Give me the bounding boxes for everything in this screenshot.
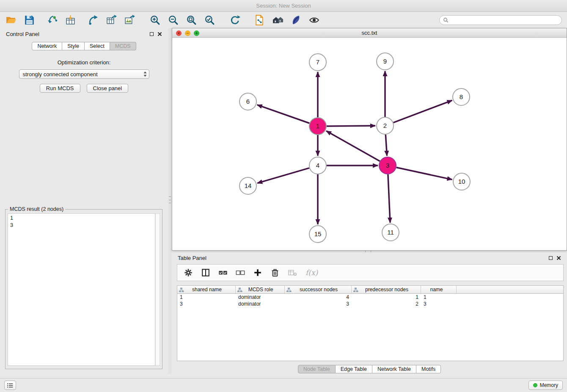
cell-name[interactable]: 3 [421, 301, 457, 307]
graph-node-3[interactable]: 3 [379, 157, 396, 174]
deselect-all-button[interactable] [234, 267, 246, 279]
search-input[interactable] [451, 17, 558, 23]
column-hierarchy-icon [353, 287, 358, 293]
network-window-title: scc.txt [362, 30, 377, 36]
graph-edge-1-2[interactable] [327, 126, 375, 126]
graph-edge-3-10[interactable] [396, 168, 452, 180]
graph-node-label: 8 [460, 93, 463, 100]
cell-shared-name[interactable]: 1 [177, 294, 236, 300]
cell-predecessor-nodes[interactable]: 1 [352, 294, 421, 300]
graph-edge-3-1[interactable] [326, 131, 380, 161]
open-session-button[interactable] [5, 14, 17, 26]
graph-edge-3-11[interactable] [388, 174, 390, 223]
show-columns-button[interactable] [200, 267, 212, 279]
cell-successor-nodes[interactable]: 4 [285, 294, 352, 300]
document-network-button[interactable] [253, 14, 265, 26]
import-network-icon [47, 15, 58, 25]
tab-network[interactable]: Network [32, 42, 62, 50]
column-header-name[interactable]: name [421, 286, 457, 293]
table-header-row: shared name MCDS role successor nodes pr… [177, 286, 563, 294]
run-mcds-button[interactable]: Run MCDS [40, 84, 80, 93]
graph-node-8[interactable]: 8 [453, 88, 470, 105]
save-session-button[interactable] [23, 14, 35, 26]
column-header-predecessor-nodes[interactable]: predecessor nodes [352, 286, 421, 293]
graph-node-6[interactable]: 6 [239, 93, 256, 110]
task-history-button[interactable] [4, 381, 16, 390]
refresh-button[interactable] [229, 14, 241, 26]
graph-node-10[interactable]: 10 [453, 173, 470, 190]
home-view-button[interactable] [272, 14, 284, 26]
export-network-button[interactable] [87, 14, 99, 26]
cell-mcds-role[interactable]: dominator [236, 301, 285, 307]
zoom-selected-icon [204, 15, 215, 25]
result-scrollbar[interactable] [155, 213, 160, 366]
window-zoom-button[interactable] [194, 30, 199, 36]
graph-node-14[interactable]: 14 [239, 177, 256, 194]
tab-node-table[interactable]: Node Table [298, 365, 336, 373]
network-canvas[interactable]: 1234678910111415 [172, 38, 567, 250]
graph-node-9[interactable]: 9 [377, 53, 394, 70]
graph-node-7[interactable]: 7 [309, 54, 326, 71]
float-panel-icon[interactable] [150, 32, 154, 36]
graph-node-4[interactable]: 4 [309, 157, 326, 174]
zoom-fit-button[interactable] [185, 14, 197, 26]
network-graph[interactable]: 1234678910111415 [172, 38, 567, 250]
delete-table-button[interactable] [286, 267, 298, 279]
graph-node-11[interactable]: 11 [382, 224, 399, 241]
graph-edge-4-14[interactable] [257, 168, 309, 183]
tab-edge-table[interactable]: Edge Table [336, 365, 372, 373]
cell-name[interactable]: 1 [421, 294, 457, 300]
search-box[interactable] [439, 15, 562, 25]
close-table-panel-icon[interactable] [556, 256, 561, 260]
column-header-successor-nodes[interactable]: successor nodes [285, 286, 352, 293]
select-all-button[interactable] [217, 267, 229, 279]
tab-motifs[interactable]: Motifs [416, 365, 441, 373]
control-panel: Control Panel Network Style Select MCDS … [0, 28, 168, 374]
tab-style[interactable]: Style [62, 42, 85, 50]
close-panel-button[interactable]: Close panel [87, 84, 129, 93]
network-window-titlebar[interactable]: scc.txt [172, 28, 567, 38]
graph-node-label: 9 [383, 58, 387, 65]
graph-edge-2-8[interactable] [394, 100, 452, 123]
window-titlebar[interactable]: Session: New Session [0, 0, 567, 12]
graph-node-2[interactable]: 2 [377, 117, 394, 134]
vertical-splitter[interactable] [168, 28, 172, 374]
delete-column-button[interactable] [269, 267, 281, 279]
graph-edge-1-6[interactable] [257, 105, 310, 123]
import-network-button[interactable] [46, 14, 58, 26]
tab-select[interactable]: Select [85, 42, 110, 50]
home-icon [272, 15, 283, 25]
style-button[interactable] [290, 14, 302, 26]
import-table-button[interactable] [64, 14, 76, 26]
graph-node-15[interactable]: 15 [309, 226, 326, 243]
cell-mcds-role[interactable]: dominator [236, 294, 285, 300]
document-network-icon [254, 15, 265, 25]
column-header-shared-name[interactable]: shared name [177, 286, 236, 293]
memory-button[interactable]: Memory [528, 381, 563, 390]
splitter-grip-icon [169, 196, 171, 203]
cell-predecessor-nodes[interactable]: 2 [352, 301, 421, 307]
tab-network-table[interactable]: Network Table [372, 365, 416, 373]
function-builder-button[interactable]: f(x) [304, 268, 318, 277]
export-image-icon [124, 15, 135, 25]
window-close-button[interactable] [176, 30, 182, 36]
column-header-mcds-role[interactable]: MCDS role [236, 286, 285, 293]
cell-shared-name[interactable]: 3 [177, 301, 236, 307]
zoom-out-button[interactable] [167, 14, 179, 26]
export-table-button[interactable] [105, 14, 117, 26]
graph-node-1[interactable]: 1 [309, 118, 326, 135]
zoom-selected-button[interactable] [204, 14, 215, 26]
close-panel-icon[interactable] [157, 32, 162, 36]
cell-successor-nodes[interactable]: 3 [285, 301, 352, 307]
show-graphics-button[interactable] [308, 14, 320, 26]
window-minimize-button[interactable] [185, 30, 190, 36]
table-settings-button[interactable] [182, 267, 194, 279]
zoom-in-button[interactable] [149, 14, 161, 26]
trash-icon [270, 268, 280, 277]
float-table-panel-icon[interactable] [549, 256, 553, 260]
export-image-button[interactable] [124, 14, 135, 26]
create-column-button[interactable] [252, 267, 264, 279]
tab-mcds[interactable]: MCDS [110, 42, 136, 50]
graph-edge-2-3[interactable] [385, 135, 387, 156]
criterion-select[interactable]: strongly connected component [19, 69, 149, 79]
